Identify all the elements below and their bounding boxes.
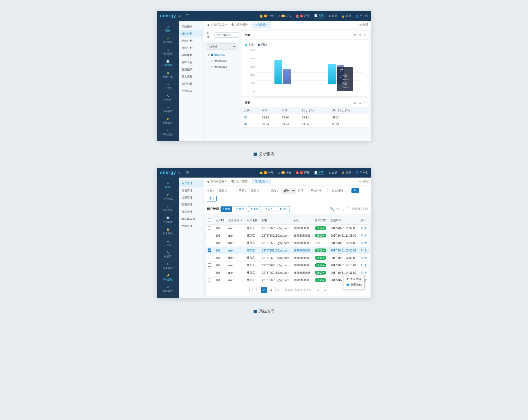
sidebar-item-elec-test-2[interactable]: ⚡ 电力测试 — [157, 191, 179, 203]
sub-org-mgmt[interactable]: 组织管理 — [179, 194, 203, 201]
nav-alert-1[interactable]: ⚠ 0 语告 — [278, 14, 291, 18]
tree-node-parent[interactable]: ▼ 测试电表 — [206, 52, 237, 58]
tree-select[interactable]: 按表端 — [206, 43, 237, 50]
edit-icon-6[interactable]: ✎ — [361, 271, 363, 275]
page-1[interactable]: 1 — [254, 287, 260, 293]
refresh-icon-toolbar[interactable]: ⟳ — [336, 207, 339, 211]
sidebar-item-device-1[interactable]: ⚙ 设备管理 — [157, 104, 179, 115]
cell-checkbox-7[interactable] — [206, 277, 213, 284]
nav-doc-1[interactable]: 📄 文档 — [314, 13, 324, 18]
edit-user-btn[interactable]: ✎ 修改 — [234, 206, 247, 212]
delete-icon-0[interactable]: 🗑 — [364, 226, 367, 230]
cell-checkbox-2[interactable] — [206, 239, 213, 247]
add-user-btn[interactable]: + 新增 — [221, 206, 232, 212]
sidebar-item-elec-test-1[interactable]: ⚡ 电力测试 — [157, 35, 179, 46]
sub-max-demand-1[interactable]: 最大需量 — [179, 73, 203, 80]
more-icon-2[interactable]: ··· — [368, 242, 369, 245]
cell-month-0[interactable]: 06 — [241, 114, 259, 121]
delete-icon-3[interactable]: 🗑 — [364, 249, 367, 252]
nav-user-1[interactable]: 👤 用户名 — [356, 14, 368, 18]
user-table-row[interactable]: 101 user 林京京 2278726915@qq.com 187888888… — [206, 269, 369, 277]
edit-icon-5[interactable]: ✎ — [361, 264, 363, 267]
sidebar-item-elec-analysis-2[interactable]: 📊 用电分析 — [157, 214, 179, 226]
delete-user-btn[interactable]: ✖ 删除 — [248, 206, 261, 212]
chart-icon-1[interactable]: ⊞ — [354, 34, 356, 37]
sidebar-item-overview-1[interactable]: ⊟ 概览 — [157, 23, 179, 35]
edit-icon-0[interactable]: ✎ — [361, 226, 363, 230]
delete-icon-5[interactable]: 🗑 — [364, 264, 367, 267]
user-table-row[interactable]: 101 user 林京京 2278726915@qq.com 187888888… — [206, 262, 369, 269]
active-tab-2[interactable]: 电力数据 × — [252, 179, 271, 184]
list-icon-toolbar[interactable]: ☰ — [347, 207, 350, 211]
sidebar-item-system-2[interactable]: 🔑 系统管理 — [157, 272, 179, 284]
tree-node-child-2[interactable]: 测试电表3 — [206, 64, 237, 70]
sub-role-mgmt[interactable]: 角色管理 — [179, 187, 203, 194]
time-start-input[interactable] — [309, 188, 328, 193]
sub-doc-mgmt[interactable]: 文档管理 — [179, 223, 203, 230]
sub-energy-report-1[interactable]: 用能报表 — [179, 23, 203, 30]
more-icon-7[interactable]: ··· — [368, 279, 369, 282]
sub-fee-report-1[interactable]: 费用报表 — [179, 66, 203, 73]
row-checkbox-4[interactable] — [208, 256, 211, 259]
sub-compare-analysis-1[interactable]: 对比分析 — [179, 30, 203, 37]
sub-realtime-1[interactable]: 实时电量 — [179, 80, 203, 87]
refresh-btn-1[interactable]: ⟳ 刷新 — [359, 23, 368, 27]
page-prev[interactable]: < — [247, 287, 253, 293]
row-checkbox-5[interactable] — [208, 263, 211, 267]
sidebar-item-system-1[interactable]: 🔑 系统管理 — [157, 115, 179, 127]
nav-lock-1[interactable]: 🔒 锁屏 — [342, 14, 351, 18]
delete-icon-2[interactable]: 🗑 — [364, 241, 367, 245]
user-table-row[interactable]: 101 user 林京京 2278726915@qq.com 187888888… — [206, 225, 369, 232]
row-checkbox-3[interactable] — [208, 248, 211, 252]
sub-cycle-analysis-1[interactable]: 环比分析 — [179, 37, 203, 45]
page-2[interactable]: 2 — [261, 287, 267, 293]
row-checkbox-0[interactable] — [208, 226, 211, 230]
sub-log-mgmt[interactable]: 日志管理 — [179, 208, 203, 215]
sidebar-item-overview-2[interactable]: ⊟ 概览 — [157, 180, 179, 191]
page-3[interactable]: 3 — [268, 287, 274, 293]
row-checkbox-7[interactable] — [208, 278, 211, 281]
cell-checkbox-3[interactable] — [206, 247, 213, 254]
user-table-row[interactable]: 101 user 林京京 2278726915@qq.com 187888888… — [206, 239, 369, 247]
sidebar-item-elec-analysis-1[interactable]: 📊 用电分析 — [157, 58, 179, 69]
filter-search-btn[interactable]: 🔍 — [351, 188, 359, 193]
tree-node-child-1[interactable]: 测试电表2 — [206, 58, 237, 64]
row-checkbox-1[interactable] — [208, 234, 211, 237]
nav-user-2[interactable]: 👤 用户名 — [356, 171, 368, 175]
cell-checkbox-6[interactable] — [206, 269, 213, 277]
status-select[interactable]: 所有 — [281, 188, 296, 194]
delete-icon-6[interactable]: 🗑 — [364, 271, 367, 274]
export-btn[interactable]: ⬇ 导出 — [277, 206, 290, 212]
close-tab-icon-2[interactable]: × — [267, 180, 268, 183]
sidebar-item-cloud-1[interactable]: ☁ 云结态 — [157, 81, 179, 92]
row-checkbox-2[interactable] — [208, 241, 211, 244]
edit-icon-4[interactable]: ✎ — [361, 256, 363, 260]
sidebar-item-monitor-1[interactable]: 👁 系统监控 — [157, 127, 179, 139]
delete-icon-1[interactable]: 🗑 — [364, 234, 367, 237]
edit-icon-3[interactable]: ✎ — [361, 249, 363, 252]
sub-user-mgmt[interactable]: 用户管理 — [179, 180, 203, 187]
sidebar-item-safe-elec-2[interactable]: 🔒 安全用电 — [157, 226, 179, 237]
more-icon-6[interactable]: ··· — [368, 271, 369, 274]
sub-elec-collect-1[interactable]: 电能集抄 — [179, 52, 203, 59]
sidebar-item-safe-elec-1[interactable]: 🔒 安全用电 — [157, 69, 179, 81]
nav-warning-2[interactable]: 🚨 0 严重 — [296, 171, 310, 175]
name-input[interactable] — [217, 188, 237, 193]
user-table-row[interactable]: 101 user 林京京 2278726915@qq.com 187888888… — [206, 247, 369, 254]
more-icon-0[interactable]: ··· — [368, 227, 369, 230]
hamburger-icon-2[interactable]: ☰ — [186, 170, 189, 175]
sidebar-item-elec-quality-1[interactable]: ◎ 电能质量 — [157, 46, 179, 58]
code-input[interactable] — [249, 188, 268, 193]
page-next[interactable]: > — [275, 287, 281, 293]
sub-captcha[interactable]: 验证码设置 — [179, 215, 203, 223]
close-tab-icon-1[interactable]: × — [267, 23, 268, 26]
cell-checkbox-4[interactable] — [206, 254, 213, 262]
sub-trend-analysis-1[interactable]: 趋域分析 — [179, 45, 203, 52]
time-end-input[interactable] — [330, 188, 349, 193]
popup-view-data[interactable]: 👁 查看资料 — [346, 277, 362, 282]
row-checkbox-6[interactable] — [208, 271, 211, 274]
cell-checkbox-0[interactable] — [206, 225, 213, 232]
sidebar-item-device-2[interactable]: ⚙ 设备管理 — [157, 261, 179, 272]
user-table-row[interactable]: 101 user 林京京 2278726915@qq.com 187888888… — [206, 254, 369, 262]
chart-icon-3[interactable]: ↗ — [363, 34, 366, 37]
